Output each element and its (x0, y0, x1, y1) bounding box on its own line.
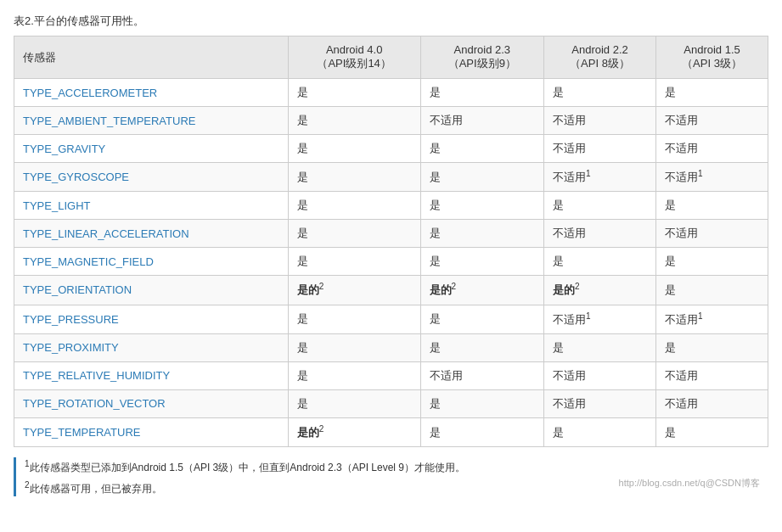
table-row: TYPE_PRESSURE是是不适用1不适用1 (14, 305, 768, 333)
table-row: TYPE_GRAVITY是是不适用不适用 (14, 135, 768, 163)
value-cell: 是的2 (288, 276, 420, 305)
sensor-name-cell: TYPE_ACCELEROMETER (14, 79, 289, 107)
value-cell: 是 (288, 361, 420, 389)
table-row: TYPE_ORIENTATION是的2是的2是的2是 (14, 276, 768, 305)
value-cell: 是 (656, 248, 768, 276)
col-android23: Android 2.3 （API级别9） (420, 36, 543, 79)
value-cell: 是 (420, 248, 543, 276)
value-cell: 是 (288, 163, 420, 192)
value-cell: 不适用1 (656, 305, 768, 333)
value-cell: 不适用 (544, 389, 656, 417)
value-cell: 不适用 (420, 361, 543, 389)
value-cell: 是 (544, 333, 656, 361)
sensor-table: 传感器 Android 4.0 （API级别14） Android 2.3 （A… (14, 36, 768, 447)
value-cell: 是 (420, 333, 543, 361)
table-row: TYPE_TEMPERATURE是的2是是是 (14, 417, 768, 446)
value-cell: 是 (288, 135, 420, 163)
value-cell: 是 (544, 417, 656, 446)
value-cell: 是 (420, 192, 543, 220)
value-cell: 是 (420, 220, 543, 248)
sensor-name-cell: TYPE_PRESSURE (14, 305, 289, 333)
page-wrapper: 表2.平台的传感器可用性。 传感器 Android 4.0 （API级别14） … (14, 14, 768, 496)
value-cell: 是 (544, 248, 656, 276)
value-cell: 是 (656, 276, 768, 305)
value-cell: 不适用1 (656, 163, 768, 192)
value-cell: 不适用 (656, 361, 768, 389)
value-cell: 是 (288, 79, 420, 107)
value-cell: 是 (656, 192, 768, 220)
value-cell: 是 (544, 79, 656, 107)
value-cell: 是 (420, 163, 543, 192)
col-android22: Android 2.2 （API 8级） (544, 36, 656, 79)
sensor-name-cell: TYPE_TEMPERATURE (14, 417, 289, 446)
value-cell: 是 (288, 107, 420, 135)
table-row: TYPE_MAGNETIC_FIELD是是是是 (14, 248, 768, 276)
header-row: 传感器 Android 4.0 （API级别14） Android 2.3 （A… (14, 36, 768, 79)
sensor-name-cell: TYPE_AMBIENT_TEMPERATURE (14, 107, 289, 135)
value-cell: 是的2 (420, 276, 543, 305)
col-android40-label: Android 4.0 (326, 43, 383, 56)
sensor-name-cell: TYPE_PROXIMITY (14, 333, 289, 361)
value-cell: 是 (288, 333, 420, 361)
col-android23-sublabel: （API级别9） (448, 57, 516, 70)
sensor-name-cell: TYPE_GRAVITY (14, 135, 289, 163)
value-cell: 是的2 (544, 276, 656, 305)
value-cell: 是 (656, 79, 768, 107)
table-row: TYPE_PROXIMITY是是是是 (14, 333, 768, 361)
value-cell: 是 (420, 135, 543, 163)
sensor-name-cell: TYPE_LIGHT (14, 192, 289, 220)
value-cell: 不适用 (656, 107, 768, 135)
table-row: TYPE_RELATIVE_HUMIDITY是不适用不适用不适用 (14, 361, 768, 389)
col-android23-label: Android 2.3 (454, 43, 511, 56)
value-cell: 是 (544, 192, 656, 220)
watermark: http://blog.csdn.net/q@CSDN博客 (619, 477, 760, 490)
value-cell: 是 (288, 389, 420, 417)
sensor-name-cell: TYPE_RELATIVE_HUMIDITY (14, 361, 289, 389)
table-row: TYPE_AMBIENT_TEMPERATURE是不适用不适用不适用 (14, 107, 768, 135)
table-row: TYPE_GYROSCOPE是是不适用1不适用1 (14, 163, 768, 192)
value-cell: 不适用1 (544, 163, 656, 192)
value-cell: 是 (288, 192, 420, 220)
sensor-name-cell: TYPE_MAGNETIC_FIELD (14, 248, 289, 276)
col-android40-sublabel: （API级别14） (317, 57, 391, 70)
sensor-name-cell: TYPE_ORIENTATION (14, 276, 289, 305)
col-android15-label: Android 1.5 (684, 43, 740, 56)
sensor-name-cell: TYPE_LINEAR_ACCELERATION (14, 220, 289, 248)
value-cell: 不适用 (656, 389, 768, 417)
col-android15-sublabel: （API 3级） (682, 57, 742, 70)
value-cell: 是 (288, 248, 420, 276)
col-android40: Android 4.0 （API级别14） (288, 36, 420, 79)
value-cell: 不适用 (544, 361, 656, 389)
value-cell: 是 (288, 305, 420, 333)
table-row: TYPE_ACCELEROMETER是是是是 (14, 79, 768, 107)
value-cell: 是的2 (288, 417, 420, 446)
sensor-name-cell: TYPE_GYROSCOPE (14, 163, 289, 192)
table-body: TYPE_ACCELEROMETER是是是是TYPE_AMBIENT_TEMPE… (14, 79, 768, 447)
col-android15: Android 1.5 （API 3级） (656, 36, 768, 79)
value-cell: 是 (420, 389, 543, 417)
col-android22-sublabel: （API 8级） (570, 57, 630, 70)
value-cell: 不适用 (656, 220, 768, 248)
value-cell: 不适用 (656, 135, 768, 163)
table-row: TYPE_LIGHT是是是是 (14, 192, 768, 220)
sensor-name-cell: TYPE_ROTATION_VECTOR (14, 389, 289, 417)
value-cell: 是 (420, 79, 543, 107)
col-sensor: 传感器 (14, 36, 289, 79)
col-android22-label: Android 2.2 (571, 43, 628, 56)
value-cell: 不适用 (544, 107, 656, 135)
table-caption: 表2.平台的传感器可用性。 (14, 14, 768, 29)
value-cell: 不适用1 (544, 305, 656, 333)
footnote: 1此传感器类型已添加到Android 1.5（API 3级）中，但直到Andro… (25, 457, 768, 475)
value-cell: 不适用 (420, 107, 543, 135)
value-cell: 是 (656, 333, 768, 361)
table-header: 传感器 Android 4.0 （API级别14） Android 2.3 （A… (14, 36, 768, 79)
table-row: TYPE_LINEAR_ACCELERATION是是不适用不适用 (14, 220, 768, 248)
value-cell: 是 (656, 417, 768, 446)
value-cell: 不适用 (544, 220, 656, 248)
value-cell: 是 (420, 305, 543, 333)
value-cell: 是 (288, 220, 420, 248)
table-row: TYPE_ROTATION_VECTOR是是不适用不适用 (14, 389, 768, 417)
value-cell: 不适用 (544, 135, 656, 163)
value-cell: 是 (420, 417, 543, 446)
